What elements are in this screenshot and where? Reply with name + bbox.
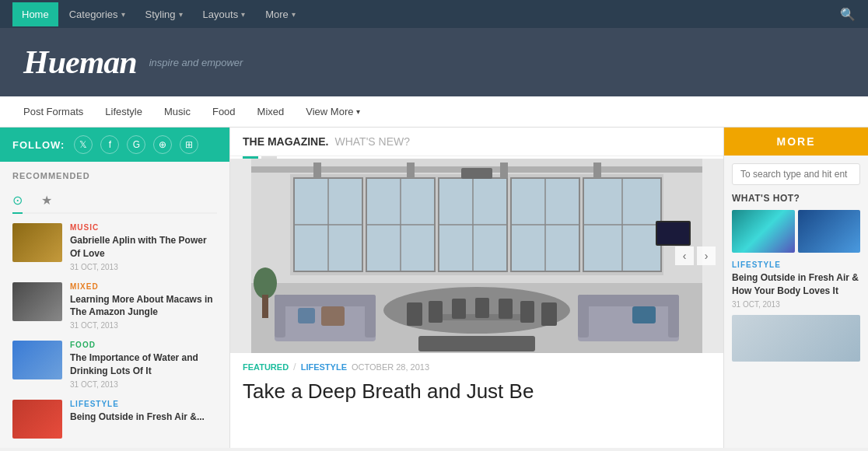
article-title[interactable]: Learning More About Macaws in The Amazon… (70, 293, 217, 320)
secondary-navigation: Post Formats Lifestyle Music Food Mixed … (0, 96, 868, 128)
svg-rect-27 (452, 299, 466, 319)
article-category: MUSIC (70, 223, 217, 232)
article-category: FOOD (70, 341, 217, 349)
article-title[interactable]: The Importance of Water and Drinking Lot… (70, 351, 217, 378)
dropdown-arrow: ▾ (241, 10, 245, 19)
article-thumbnail[interactable] (12, 341, 62, 379)
rec-tab-recent[interactable]: ⊙ (12, 188, 23, 214)
featured-image-wrapper: ‹ › ⊞ 14 (230, 159, 723, 353)
meta-date: OCTOBER 28, 2013 (352, 362, 429, 372)
follow-icons: 𝕏 f G ⊕ ⊞ (74, 135, 198, 154)
hot-article-date: 31 OCT, 2013 (732, 300, 860, 309)
more-header: MORE (724, 128, 868, 156)
facebook-icon[interactable]: f (100, 135, 119, 154)
svg-rect-19 (313, 163, 321, 178)
nav-more[interactable]: More ▾ (256, 2, 305, 26)
main-layout: FOLLOW: 𝕏 f G ⊕ ⊞ RECOMMENDED ⊙ ★ (0, 128, 868, 448)
nav-styling[interactable]: Styling ▾ (136, 2, 192, 26)
featured-image[interactable] (230, 159, 723, 353)
top-navigation: Home Categories ▾ Styling ▾ Layouts ▾ Mo… (0, 0, 868, 28)
rss-icon[interactable]: ⊞ (180, 135, 198, 154)
article-thumbnail[interactable] (12, 223, 62, 262)
magazine-subtitle: WHAT'S NEW? (334, 135, 410, 148)
nav-home[interactable]: Home (12, 2, 58, 26)
article-title[interactable]: Being Outside in Fresh Air &... (70, 411, 217, 424)
top-nav-links: Home Categories ▾ Styling ▾ Layouts ▾ Mo… (12, 2, 305, 26)
svg-rect-33 (275, 295, 376, 306)
svg-rect-45 (657, 222, 689, 244)
dropdown-arrow: ▾ (356, 107, 360, 116)
twitter-icon[interactable]: 𝕏 (74, 135, 93, 154)
article-date: 31 OCT, 2013 (70, 380, 217, 389)
article-category: LIFESTYLE (70, 400, 217, 408)
sec-nav-food[interactable]: Food (201, 98, 247, 125)
sec-nav-mixed[interactable]: Mixed (247, 98, 296, 125)
next-arrow[interactable]: › (697, 246, 716, 265)
sidebar-search (724, 156, 868, 193)
sec-nav-music[interactable]: Music (153, 98, 201, 125)
svg-rect-36 (321, 306, 345, 326)
svg-rect-40 (578, 295, 589, 337)
svg-rect-34 (275, 295, 285, 337)
nav-categories[interactable]: Categories ▾ (60, 2, 135, 26)
site-logo[interactable]: Hueman (23, 44, 137, 81)
dropdown-arrow: ▾ (179, 10, 183, 19)
svg-rect-28 (475, 298, 489, 318)
svg-rect-20 (407, 163, 415, 178)
svg-rect-25 (407, 302, 422, 326)
hot-second-image[interactable] (732, 315, 860, 362)
search-input[interactable] (732, 163, 860, 185)
magazine-header: THE MAGAZINE. WHAT'S NEW? (230, 128, 723, 156)
article-info: FOOD The Importance of Water and Drinkin… (70, 341, 217, 389)
hot-images (732, 210, 860, 253)
whats-hot-label: WHAT'S HOT? (732, 193, 860, 204)
article-date: 31 OCT, 2013 (70, 321, 217, 330)
google-plus-icon[interactable]: G (127, 135, 145, 154)
nav-layouts[interactable]: Layouts ▾ (194, 2, 255, 26)
list-item: FOOD The Importance of Water and Drinkin… (12, 341, 217, 389)
svg-rect-41 (668, 295, 679, 337)
sec-nav-view-more[interactable]: View More ▾ (295, 98, 371, 125)
hot-article-category: LIFESTYLE (732, 260, 860, 269)
article-main-title[interactable]: Take a Deep Breath and Just Be (230, 376, 723, 413)
svg-point-47 (254, 267, 277, 299)
hot-image-2[interactable] (798, 210, 861, 253)
meta-category-featured: FEATURED (243, 362, 289, 372)
recommended-label: RECOMMENDED (12, 171, 217, 180)
svg-rect-46 (461, 168, 492, 179)
nav-arrows: ‹ › (675, 246, 716, 265)
recommended-section: RECOMMENDED ⊙ ★ MUSIC Gabrielle Aplin wi… (0, 162, 229, 448)
svg-rect-30 (520, 301, 534, 323)
article-list: MUSIC Gabrielle Aplin with The Power Of … (12, 223, 217, 439)
svg-rect-29 (499, 299, 513, 319)
hot-article-title[interactable]: Being Outside in Fresh Air & How Your Bo… (732, 271, 860, 298)
meta-category-lifestyle: LIFESTYLE (301, 362, 347, 372)
sec-nav-lifestyle[interactable]: Lifestyle (94, 98, 153, 125)
article-info: LIFESTYLE Being Outside in Fresh Air &..… (70, 400, 217, 426)
svg-rect-21 (500, 163, 508, 178)
article-meta: FEATURED / LIFESTYLE OCTOBER 28, 2013 (230, 353, 723, 376)
article-thumbnail[interactable] (12, 282, 62, 321)
svg-rect-37 (298, 308, 315, 323)
article-thumbnail[interactable] (12, 400, 62, 439)
svg-rect-42 (632, 306, 656, 323)
follow-bar: FOLLOW: 𝕏 f G ⊕ ⊞ (0, 128, 229, 162)
svg-rect-39 (578, 295, 679, 306)
list-item: MIXED Learning More About Macaws in The … (12, 282, 217, 330)
center-content: THE MAGAZINE. WHAT'S NEW? ‹ › ⊞ 14 (229, 128, 724, 448)
list-item: LIFESTYLE Being Outside in Fresh Air &..… (12, 400, 217, 439)
search-icon[interactable]: 🔍 (840, 7, 856, 22)
hot-image-1[interactable] (732, 210, 795, 253)
dribbble-icon[interactable]: ⊕ (153, 135, 172, 154)
meta-separator: / (293, 361, 296, 372)
dropdown-arrow: ▾ (292, 10, 296, 19)
list-item: MUSIC Gabrielle Aplin with The Power Of … (12, 223, 217, 271)
svg-rect-31 (541, 302, 557, 326)
rec-tab-starred[interactable]: ★ (41, 188, 52, 212)
sec-nav-post-formats[interactable]: Post Formats (12, 98, 94, 125)
dropdown-arrow: ▾ (121, 10, 125, 19)
recommended-tabs: ⊙ ★ (12, 188, 217, 214)
article-category: MIXED (70, 282, 217, 291)
article-title[interactable]: Gabrielle Aplin with The Power Of Love (70, 234, 217, 260)
prev-arrow[interactable]: ‹ (675, 246, 694, 265)
